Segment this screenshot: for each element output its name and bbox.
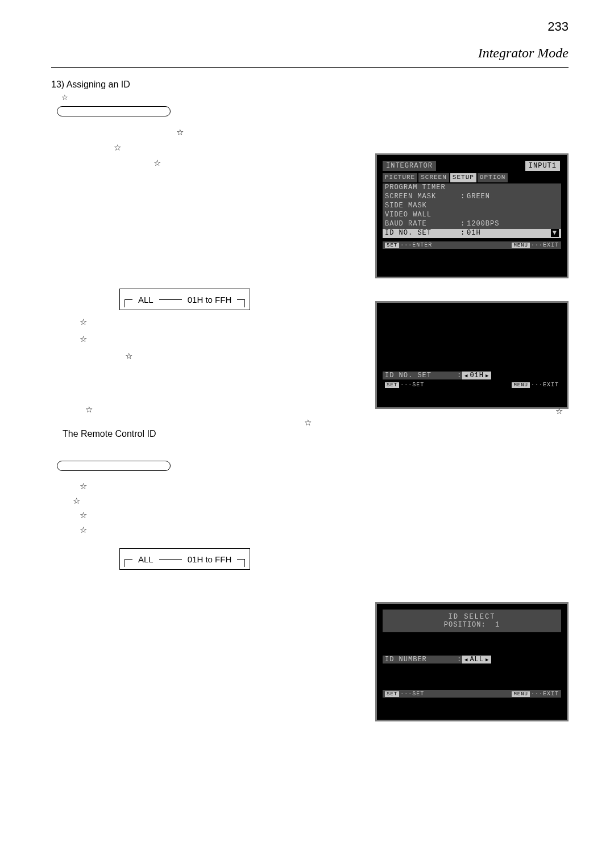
osd-integrator-menu: INTEGRATOR INPUT1 PICTURE SCREEN SETUP O… [375, 153, 569, 278]
left-arrow-icon: ◀ [464, 373, 468, 379]
tab-picture: PICTURE [383, 173, 417, 182]
osd3-foot-right: MENU···EXIT [512, 691, 559, 697]
remote-star-2: ☆ [73, 494, 569, 508]
cycle2-range: 01H to FFH [188, 554, 232, 564]
osd2-foot-right: MENU···EXIT [512, 382, 559, 388]
cycle1-all: ALL [138, 295, 154, 304]
osd3-title: ID SELECT [383, 613, 561, 621]
osd-id-select-screen: ID SELECT POSITION: 1 ID NUMBER : ◀ALL▶ … [375, 602, 569, 721]
right-arrow-icon: ▶ [486, 373, 489, 379]
left-arrow-icon: ◀ [464, 657, 468, 663]
osd2-foot-left: SET···SET [385, 382, 424, 388]
star-1: ☆ [61, 93, 569, 102]
note-line-1: ☆ [57, 124, 569, 140]
osd1-row-baud-rate: BAUD RATE [385, 220, 459, 229]
osd1-foot-left: SET···ENTER [385, 242, 432, 248]
remote-control-id-heading: The Remote Control ID [63, 429, 569, 439]
down-arrow-icon: ▼ [551, 229, 559, 237]
osd2-row-id-no-set: ID NO. SET : ◀01H▶ [383, 371, 561, 380]
tab-option: OPTION [478, 173, 508, 182]
remote-star-4: ☆ [80, 523, 569, 537]
osd1-row-screen-mask: SCREEN MASK [385, 193, 459, 202]
osd1-row-id-no-set: ID NO. SET : 01H▼ [383, 229, 561, 238]
cycle1-range: 01H to FFH [188, 295, 232, 304]
cycle-diagram-2: ALL 01H to FFH [57, 548, 569, 570]
osd1-row-program-timer: PROGRAM TIMER [385, 183, 459, 193]
tab-screen: SCREEN [418, 173, 449, 182]
cycle2-all: ALL [138, 554, 154, 564]
osd1-title: INTEGRATOR [383, 161, 436, 171]
tab-setup: SETUP [450, 173, 476, 182]
header-rule [51, 67, 569, 68]
page-header-title: Integrator Mode [478, 45, 569, 61]
osd3-row-id-number: ID NUMBER : ◀ALL▶ [383, 655, 561, 664]
section-13-heading: 13) Assigning an ID [51, 80, 569, 90]
osd1-foot-right: MENU···EXIT [512, 242, 559, 248]
osd1-tabs: PICTURE SCREEN SETUP OPTION [383, 173, 561, 182]
star-left: ☆ [304, 418, 312, 428]
osd-id-set-screen: ID NO. SET : ◀01H▶ SET···SET MENU···EXIT [375, 301, 569, 409]
right-arrow-icon: ▶ [486, 657, 489, 663]
star-right: ☆ [555, 406, 563, 416]
remote-star-3: ☆ [80, 508, 569, 523]
osd1-row-video-wall: VIDEO WALL [385, 211, 459, 220]
note-line-2: ☆ [57, 140, 569, 155]
remote-star-1: ☆ [80, 479, 569, 494]
procedure-box-2 [57, 461, 171, 471]
osd1-row-side-mask: SIDE MASK [385, 202, 459, 211]
osd3-position: POSITION: 1 [383, 621, 561, 629]
procedure-box-1 [57, 106, 171, 116]
osd1-input: INPUT1 [525, 161, 560, 171]
osd3-foot-left: SET···SET [385, 691, 424, 697]
page-number: 233 [547, 19, 569, 34]
